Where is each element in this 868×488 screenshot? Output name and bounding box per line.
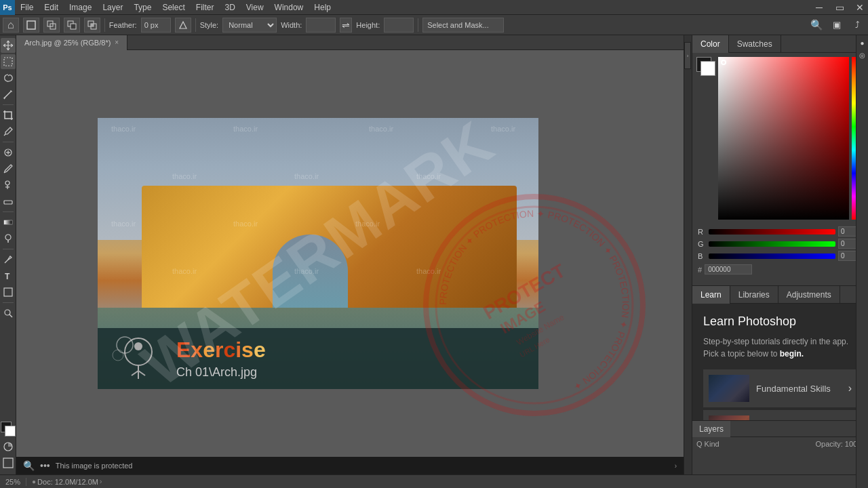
fundamental-thumb <box>709 375 749 402</box>
eyedropper-tool[interactable] <box>1 124 16 139</box>
panel-color-icon[interactable]: ● <box>858 38 867 47</box>
layers-toolbar: Q Kind Opacity: 100% <box>692 437 868 451</box>
tab-close-btn[interactable]: × <box>115 39 119 46</box>
minimize-button[interactable]: ─ <box>811 0 827 16</box>
arch-hole <box>273 235 348 308</box>
svg-line-32 <box>132 371 138 375</box>
menu-select[interactable]: Select <box>157 0 190 14</box>
svg-line-12 <box>4 134 5 136</box>
adjustments-tab[interactable]: Adjustments <box>778 286 840 304</box>
rect-marquee-btn[interactable] <box>23 18 39 33</box>
libraries-tab[interactable]: Libraries <box>730 286 778 304</box>
close-button[interactable]: ✕ <box>852 0 868 16</box>
learn-tabs: Learn Libraries Adjustments ≡ <box>692 286 868 304</box>
hex-input[interactable] <box>705 264 752 274</box>
menu-file[interactable]: File <box>15 0 39 14</box>
doc-info[interactable]: ● Doc: 12.0M/12.0M › <box>32 478 102 486</box>
menu-type[interactable]: Type <box>128 0 157 14</box>
quick-mask-btn[interactable] <box>1 439 16 454</box>
menu-help[interactable]: Help <box>309 0 336 14</box>
info-menu-btn[interactable]: ••• <box>40 460 50 471</box>
collapse-panel-btn[interactable]: › <box>684 42 691 69</box>
style-select[interactable]: Normal Fixed Ratio Fixed Size <box>222 18 277 33</box>
svg-rect-7 <box>91 24 94 26</box>
pen-tool[interactable] <box>1 252 16 267</box>
color-gradient-square[interactable] <box>718 57 849 220</box>
document-tab[interactable]: Arch.jpg @ 25% (RGB/8*) × <box>16 35 127 50</box>
feather-input[interactable] <box>141 18 171 33</box>
shape-tool[interactable] <box>1 285 16 300</box>
exercise-overlay: Exercise Ch 01\Arch.jpg <box>98 328 538 389</box>
height-input[interactable] <box>384 18 414 33</box>
workspace-icon[interactable]: ▣ <box>829 17 845 33</box>
heal-tool[interactable] <box>1 145 16 160</box>
learn-title: Learn Photoshop <box>703 314 857 329</box>
eraser-tool[interactable] <box>1 194 16 209</box>
tool-preset-btn[interactable]: ⌂ <box>3 18 19 33</box>
green-slider[interactable] <box>709 241 835 247</box>
select-mask-button[interactable]: Select and Mask... <box>422 18 504 33</box>
brush-tool[interactable] <box>1 161 16 176</box>
panel-adjust-icon[interactable]: ◎ <box>858 50 867 60</box>
svg-rect-8 <box>4 58 12 66</box>
blue-slider[interactable] <box>709 253 835 259</box>
crop-tool[interactable] <box>1 108 16 123</box>
menu-layer[interactable]: Layer <box>97 0 128 14</box>
divider3 <box>418 18 418 32</box>
menu-edit[interactable]: Edit <box>39 0 64 14</box>
svg-point-30 <box>134 342 142 350</box>
menu-window[interactable]: Window <box>269 0 309 14</box>
move-tool[interactable] <box>1 38 16 53</box>
search-icon[interactable]: 🔍 <box>23 460 35 471</box>
learn-card-fix-photo[interactable]: Fix a photo › <box>703 410 857 420</box>
foreground-color-swatch[interactable] <box>1 422 16 436</box>
menu-filter[interactable]: Filter <box>191 0 220 14</box>
lasso-tool[interactable] <box>1 70 16 85</box>
width-label: Width: <box>281 21 302 29</box>
share-icon[interactable]: ⤴ <box>849 17 865 33</box>
svg-rect-4 <box>71 24 76 29</box>
zoom-tool[interactable] <box>1 306 16 321</box>
intersect-selection-btn[interactable] <box>84 18 100 33</box>
menu-3d[interactable]: 3D <box>219 0 240 14</box>
layers-tab[interactable]: Layers <box>692 421 730 437</box>
magic-wand-tool[interactable]: ✦ <box>1 87 16 102</box>
subtract-selection-btn[interactable] <box>64 18 80 33</box>
info-expand-btn[interactable]: › <box>675 462 677 470</box>
width-input[interactable] <box>306 18 336 33</box>
swatches-tab[interactable]: Swatches <box>729 35 781 53</box>
status-bar: 25% ● Doc: 12.0M/12.0M › <box>0 474 868 488</box>
learn-card-fundamental[interactable]: Fundamental Skills › <box>703 369 857 407</box>
dodge-tool[interactable] <box>1 231 16 246</box>
learn-tab[interactable]: Learn <box>692 286 730 304</box>
color-tab[interactable]: Color <box>692 35 729 53</box>
learn-description: Step-by-step tutorials directly in the a… <box>703 336 857 360</box>
clone-tool[interactable] <box>1 178 16 192</box>
menu-image[interactable]: Image <box>64 0 97 14</box>
panel-side-icons: ● ◎ <box>856 35 868 488</box>
text-tool[interactable]: T <box>1 268 16 283</box>
exercise-subtitle: Ch 01\Arch.jpg <box>176 365 266 380</box>
arch-photo: thaco.ir thaco.ir thaco.ir thaco.ir thac… <box>98 118 538 389</box>
svg-rect-24 <box>4 288 12 296</box>
tool-sep-3 <box>3 211 14 212</box>
svg-text:T: T <box>5 272 10 281</box>
marquee-tool[interactable] <box>1 54 16 69</box>
maximize-button[interactable]: ▭ <box>831 0 848 16</box>
swap-wh-btn[interactable]: ⇌ <box>340 18 352 33</box>
menu-items: File Edit Image Layer Type Select Filter… <box>15 0 336 14</box>
add-selection-btn[interactable] <box>43 18 60 33</box>
gradient-tool[interactable] <box>1 215 16 230</box>
search-icon[interactable]: 🔍 <box>808 17 825 33</box>
menu-view[interactable]: View <box>241 0 269 14</box>
tool-sep-4 <box>3 249 14 249</box>
protection-text: This image is protected <box>56 462 133 470</box>
layers-panel: Layers Q Kind Opacity: 100% <box>692 420 868 474</box>
divider2 <box>195 18 196 32</box>
doc-expand-icon[interactable]: › <box>100 478 102 485</box>
red-slider[interactable] <box>709 229 835 235</box>
fg-bg-swatch[interactable] <box>696 57 715 76</box>
right-panel: ● ◎ Color Swatches ≡ <box>692 35 868 474</box>
anti-alias-btn[interactable] <box>175 18 191 33</box>
screen-mode-btn[interactable] <box>1 455 16 470</box>
